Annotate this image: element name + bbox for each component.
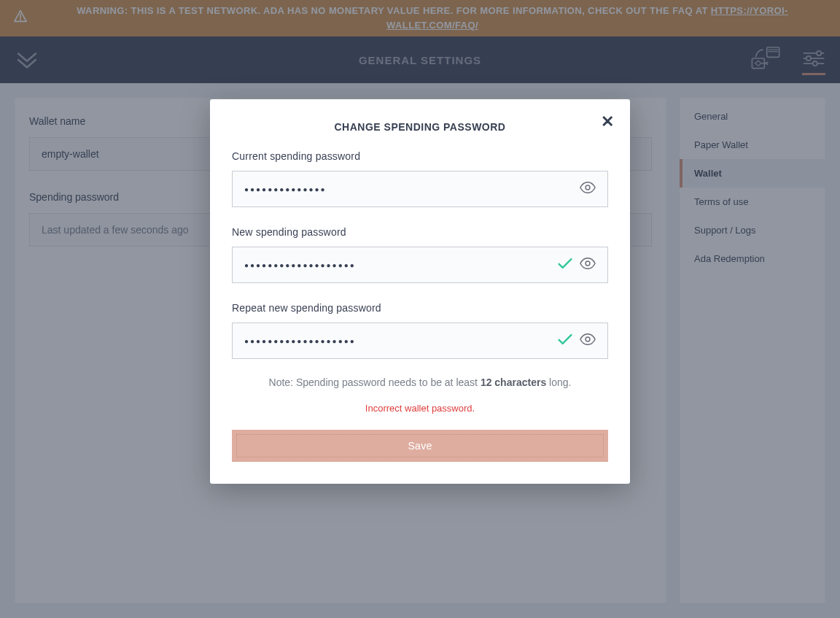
new-password-value: ●●●●●●●●●●●●●●●●●●● xyxy=(244,261,551,269)
svg-point-12 xyxy=(586,185,590,190)
new-password-field[interactable]: ●●●●●●●●●●●●●●●●●●● xyxy=(232,247,608,283)
eye-icon[interactable] xyxy=(580,258,596,272)
check-icon xyxy=(558,258,572,272)
password-note: Note: Spending password needs to be at l… xyxy=(232,376,608,388)
check-icon xyxy=(558,333,572,348)
svg-point-13 xyxy=(586,261,590,266)
save-button[interactable]: Save xyxy=(232,430,608,462)
note-post: long. xyxy=(546,376,571,388)
close-icon[interactable]: ✕ xyxy=(601,114,614,130)
current-password-label: Current spending password xyxy=(232,150,608,162)
modal-overlay[interactable]: ✕ CHANGE SPENDING PASSWORD Current spend… xyxy=(0,0,840,618)
repeat-password-field[interactable]: ●●●●●●●●●●●●●●●●●●● xyxy=(232,322,608,359)
eye-icon[interactable] xyxy=(580,182,596,196)
new-password-label: New spending password xyxy=(232,226,608,238)
repeat-password-label: Repeat new spending password xyxy=(232,302,608,314)
current-password-value: ●●●●●●●●●●●●●● xyxy=(244,185,572,193)
change-password-modal: ✕ CHANGE SPENDING PASSWORD Current spend… xyxy=(210,99,630,484)
current-password-field[interactable]: ●●●●●●●●●●●●●● xyxy=(232,171,608,207)
repeat-password-value: ●●●●●●●●●●●●●●●●●●● xyxy=(244,337,551,345)
error-message: Incorrect wallet password. xyxy=(232,403,608,414)
svg-point-14 xyxy=(586,337,590,341)
note-bold: 12 characters xyxy=(481,376,546,388)
eye-icon[interactable] xyxy=(580,333,596,348)
modal-title: CHANGE SPENDING PASSWORD xyxy=(232,121,608,133)
note-pre: Note: Spending password needs to be at l… xyxy=(269,376,481,388)
